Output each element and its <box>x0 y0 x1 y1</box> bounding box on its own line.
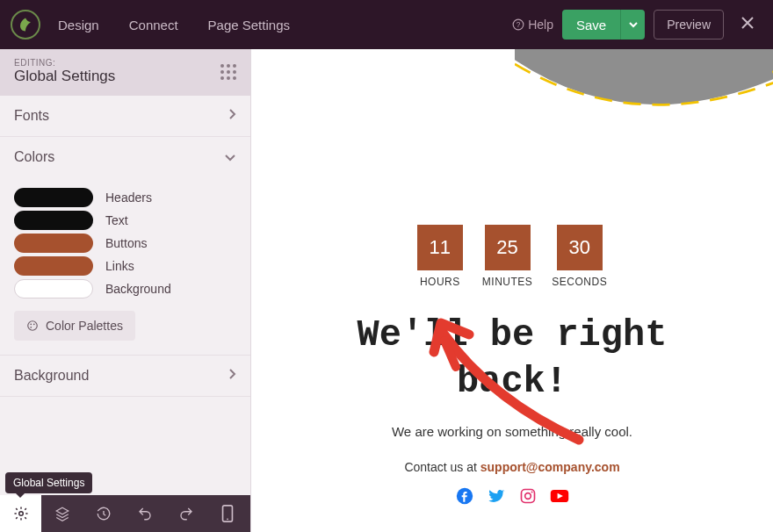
swatch-links-color[interactable] <box>14 256 93 276</box>
swatch-buttons: Buttons <box>14 234 236 253</box>
mobile-icon <box>220 505 235 522</box>
twitter-icon[interactable] <box>487 486 506 506</box>
swatch-text-color[interactable] <box>14 211 93 230</box>
panel-title: Global Settings <box>14 68 115 85</box>
topbar-right: ? Help Save Preview <box>512 10 762 40</box>
cd-hours-value: 11 <box>417 225 463 270</box>
color-palettes-button[interactable]: Color Palettes <box>14 311 135 341</box>
layers-icon <box>54 506 70 521</box>
bb-mobile[interactable] <box>206 495 248 532</box>
cd-seconds-label: SECONDS <box>552 276 607 288</box>
contact-line[interactable]: Contact us at support@company.com <box>404 460 619 474</box>
leaf-icon <box>18 17 33 32</box>
close-icon <box>740 15 755 31</box>
cd-minutes-value: 25 <box>485 225 531 270</box>
youtube-icon[interactable] <box>550 486 569 506</box>
swatch-links: Links <box>14 256 236 276</box>
swatch-links-label: Links <box>105 259 134 273</box>
svg-point-6 <box>18 512 23 516</box>
road-illustration <box>515 49 773 140</box>
history-icon <box>96 506 112 521</box>
swatch-buttons-color[interactable] <box>14 234 93 253</box>
section-colors[interactable]: Colors <box>0 137 250 177</box>
swatch-background: Background <box>14 279 236 298</box>
cd-hours: 11 HOURS <box>417 225 463 288</box>
bb-settings[interactable] <box>0 495 41 532</box>
cd-minutes-label: MINUTES <box>482 276 533 288</box>
svg-point-12 <box>531 491 533 492</box>
chevron-right-icon <box>228 368 236 384</box>
headline[interactable]: We'll be right back! <box>328 313 697 405</box>
section-background-label: Background <box>14 368 89 384</box>
bb-redo[interactable] <box>165 495 206 532</box>
bb-undo[interactable] <box>124 495 165 532</box>
swatch-headers: Headers <box>14 188 236 207</box>
bb-layers[interactable] <box>41 495 83 532</box>
colors-body: Headers Text Buttons Links Background <box>0 177 250 356</box>
nav: Design Connect Page Settings <box>58 18 290 32</box>
body: EDITING: Global Settings Fonts Colors <box>0 49 773 532</box>
nav-design[interactable]: Design <box>58 18 99 32</box>
section-colors-label: Colors <box>14 149 54 165</box>
logo[interactable] <box>11 10 40 40</box>
save-button[interactable]: Save <box>562 10 620 40</box>
svg-point-3 <box>30 323 32 325</box>
swatch-buttons-label: Buttons <box>105 236 147 250</box>
swatch-headers-color[interactable] <box>14 188 93 207</box>
svg-point-8 <box>227 518 228 520</box>
gear-icon <box>13 506 29 521</box>
countdown: 11 HOURS 25 MINUTES 30 SECONDS <box>417 225 607 288</box>
cd-hours-label: HOURS <box>420 276 460 288</box>
contact-prefix: Contact us at <box>404 460 480 474</box>
swatch-text-label: Text <box>105 213 128 227</box>
save-dropdown[interactable] <box>620 10 645 40</box>
svg-point-2 <box>28 321 38 331</box>
canvas: 11 HOURS 25 MINUTES 30 SECONDS We'll be … <box>251 49 773 532</box>
help-label: Help <box>528 18 553 32</box>
cd-minutes: 25 MINUTES <box>482 225 533 288</box>
bottom-bar <box>0 495 250 532</box>
help-icon: ? <box>512 18 524 31</box>
app-root: Design Connect Page Settings ? Help Save… <box>0 0 773 532</box>
topbar: Design Connect Page Settings ? Help Save… <box>0 0 773 49</box>
chevron-right-icon <box>228 108 236 124</box>
page-content: 11 HOURS 25 MINUTES 30 SECONDS We'll be … <box>251 225 773 506</box>
save-group: Save <box>562 10 645 40</box>
section-fonts-label: Fonts <box>14 108 49 124</box>
swatch-headers-label: Headers <box>105 191 152 205</box>
preview-button[interactable]: Preview <box>654 10 724 40</box>
tooltip-global-settings: Global Settings <box>5 472 92 493</box>
swatch-background-color[interactable] <box>14 279 93 298</box>
chevron-down-icon <box>224 149 236 165</box>
nav-page-settings[interactable]: Page Settings <box>208 18 290 32</box>
facebook-icon[interactable] <box>455 486 474 506</box>
caret-down-icon <box>629 20 638 29</box>
cd-seconds: 30 SECONDS <box>552 225 607 288</box>
swatch-background-label: Background <box>105 282 171 296</box>
svg-point-11 <box>525 493 531 500</box>
bb-history[interactable] <box>83 495 124 532</box>
panel-header: EDITING: Global Settings <box>0 49 250 96</box>
section-background[interactable]: Background <box>0 356 250 397</box>
palette-icon <box>26 320 39 332</box>
editing-label: EDITING: <box>14 58 115 68</box>
section-fonts[interactable]: Fonts <box>0 96 250 137</box>
help-link[interactable]: ? Help <box>512 18 553 32</box>
contact-email[interactable]: support@company.com <box>480 460 620 474</box>
redo-icon <box>178 506 194 521</box>
close-button[interactable] <box>733 13 762 36</box>
svg-point-5 <box>30 327 32 328</box>
nav-connect[interactable]: Connect <box>129 18 178 32</box>
cd-seconds-value: 30 <box>557 225 603 270</box>
social-icons <box>455 486 569 506</box>
subline[interactable]: We are working on something really cool. <box>392 424 632 439</box>
svg-text:?: ? <box>517 21 521 29</box>
undo-icon <box>137 506 153 521</box>
svg-point-4 <box>33 323 35 325</box>
instagram-icon[interactable] <box>518 486 538 506</box>
swatch-text: Text <box>14 211 236 230</box>
color-palettes-label: Color Palettes <box>46 319 123 333</box>
sidebar: EDITING: Global Settings Fonts Colors <box>0 49 251 532</box>
drag-handle-icon[interactable] <box>220 64 236 80</box>
